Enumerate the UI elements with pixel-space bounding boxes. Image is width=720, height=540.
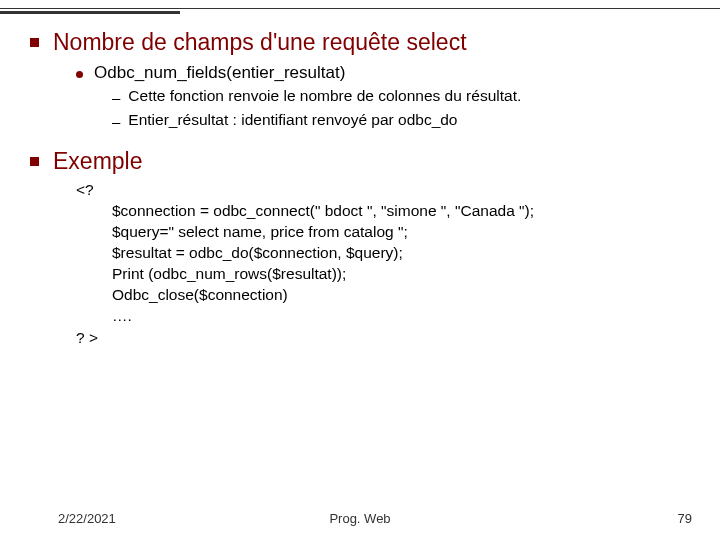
heading-2: Exemple [53, 147, 142, 176]
detail-row-1: – Cette fonction renvoie le nombre de co… [112, 86, 700, 107]
code-line: $resultat = odbc_do($connection, $query)… [112, 243, 700, 264]
code-line: Print (odbc_num_rows($resultat)); [112, 264, 700, 285]
footer-title: Prog. Web [0, 511, 720, 526]
heading-2-row: Exemple [30, 147, 700, 176]
heading-1-row: Nombre de champs d'une requête select [30, 28, 700, 57]
detail-row-2: – Entier_résultat : identifiant renvoyé … [112, 110, 700, 131]
code-line: $query=" select name, price from catalog… [112, 222, 700, 243]
footer-page: 79 [678, 511, 692, 526]
slide-content: Nombre de champs d'une requête select Od… [30, 28, 700, 347]
sub-item-text: Odbc_num_fields(entier_resultat) [94, 63, 345, 83]
bullet-square-icon [30, 38, 39, 47]
bullet-square-icon [30, 157, 39, 166]
footer: 2/22/2021 Prog. Web 79 [0, 511, 720, 526]
php-open: <? [76, 181, 700, 199]
dash-icon: – [112, 113, 120, 130]
bullet-dot-icon [76, 71, 83, 78]
code-line: $connection = odbc_connect(" bdoct ", "s… [112, 201, 700, 222]
code-block: $connection = odbc_connect(" bdoct ", "s… [112, 201, 700, 327]
header-rule [0, 8, 720, 14]
code-line: Odbc_close($connection) [112, 285, 700, 306]
heading-1: Nombre de champs d'une requête select [53, 28, 467, 57]
detail-text-1: Cette fonction renvoie le nombre de colo… [128, 86, 521, 107]
dash-icon: – [112, 89, 120, 106]
detail-text-2: Entier_résultat : identifiant renvoyé pa… [128, 110, 457, 131]
sub-item-row: Odbc_num_fields(entier_resultat) [76, 63, 700, 83]
php-close: ? > [76, 329, 700, 347]
code-line: …. [112, 306, 700, 327]
